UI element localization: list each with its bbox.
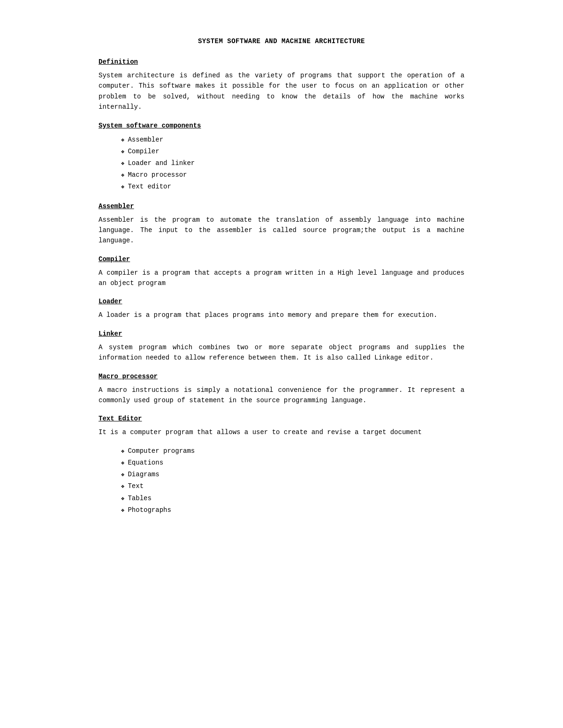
list-item: Diagrams — [117, 469, 464, 480]
list-item: Assembler — [117, 134, 464, 146]
section-loader: LoaderA loader is a program that places … — [99, 298, 464, 320]
section-linker: LinkerA system program which combines tw… — [99, 330, 464, 363]
section-heading-linker: Linker — [99, 330, 464, 338]
section-compiler: CompilerA compiler is a program that acc… — [99, 255, 464, 289]
list-item: Text editor — [117, 181, 464, 193]
section-system-software-components: System software componentsAssemblerCompi… — [99, 122, 464, 193]
list-item: Loader and linker — [117, 158, 464, 169]
list-item: Tables — [117, 493, 464, 504]
section-heading-definition: Definition — [99, 58, 464, 66]
paragraph-definition-0: System architecture is defined as the va… — [99, 70, 464, 113]
bullet-list-text-editor: Computer programsEquationsDiagramsTextTa… — [117, 445, 464, 516]
section-heading-text-editor: Text Editor — [99, 415, 464, 422]
section-heading-compiler: Compiler — [99, 255, 464, 263]
paragraph-loader-0: A loader is a program that places progra… — [99, 310, 464, 320]
section-text-editor: Text EditorIt is a computer program that… — [99, 415, 464, 516]
section-heading-system-software-components: System software components — [99, 122, 464, 129]
bullet-list-system-software-components: AssemblerCompilerLoader and linkerMacro … — [117, 134, 464, 193]
paragraph-assembler-0: Assembler is the program to automate the… — [99, 215, 464, 246]
main-title: SYSTEM SOFTWARE AND MACHINE ARCHITECTURE — [99, 38, 464, 45]
list-item: Text — [117, 480, 464, 492]
paragraph-linker-0: A system program which combines two or m… — [99, 342, 464, 363]
list-item: Computer programs — [117, 445, 464, 457]
page-container: SYSTEM SOFTWARE AND MACHINE ARCHITECTURE… — [80, 0, 483, 561]
paragraph-macro-processor-0: A macro instructions is simply a notatio… — [99, 385, 464, 406]
paragraph-text-editor-0: It is a computer program that allows a u… — [99, 427, 464, 437]
section-macro-processor: Macro processorA macro instructions is s… — [99, 373, 464, 406]
section-assembler: AssemblerAssembler is the program to aut… — [99, 203, 464, 246]
section-definition: DefinitionSystem architecture is defined… — [99, 58, 464, 113]
section-heading-macro-processor: Macro processor — [99, 373, 464, 380]
list-item: Macro processor — [117, 169, 464, 181]
list-item: Compiler — [117, 146, 464, 158]
section-heading-assembler: Assembler — [99, 203, 464, 210]
paragraph-compiler-0: A compiler is a program that accepts a p… — [99, 268, 464, 289]
list-item: Photographs — [117, 504, 464, 516]
section-heading-loader: Loader — [99, 298, 464, 305]
list-item: Equations — [117, 457, 464, 469]
sections-container: DefinitionSystem architecture is defined… — [99, 58, 464, 516]
